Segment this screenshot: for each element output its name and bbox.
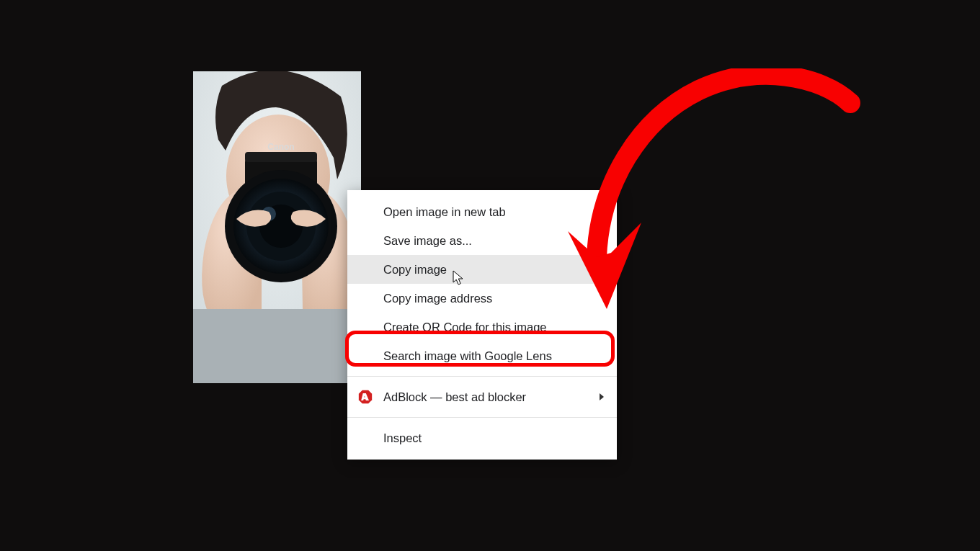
menu-separator <box>347 376 617 377</box>
menu-item-save-image-as[interactable]: Save image as... <box>347 226 617 255</box>
adblock-icon <box>357 389 373 405</box>
menu-item-copy-image-address[interactable]: Copy image address <box>347 284 617 313</box>
svg-rect-3 <box>245 152 317 162</box>
menu-item-label: Copy image address <box>383 292 492 305</box>
stage: Canon Open image in new tab Save image a… <box>0 0 980 551</box>
menu-item-label: Save image as... <box>383 234 472 248</box>
menu-item-label: Inspect <box>383 431 422 445</box>
menu-item-label: Copy image <box>383 263 447 277</box>
svg-rect-10 <box>193 309 361 383</box>
menu-item-copy-image[interactable]: Copy image <box>347 255 617 284</box>
menu-item-label: Create QR Code for this image <box>383 321 547 334</box>
submenu-arrow-icon <box>600 393 604 400</box>
menu-item-open-new-tab[interactable]: Open image in new tab <box>347 197 617 226</box>
svg-text:Canon: Canon <box>267 142 294 152</box>
context-menu: Open image in new tab Save image as... C… <box>347 190 617 460</box>
menu-item-inspect[interactable]: Inspect <box>347 424 617 452</box>
menu-separator <box>347 417 617 418</box>
menu-item-label: AdBlock — best ad blocker <box>383 390 526 404</box>
menu-item-label: Search image with Google Lens <box>383 349 552 363</box>
menu-item-adblock[interactable]: AdBlock — best ad blocker <box>347 382 617 411</box>
target-image[interactable]: Canon <box>193 71 361 383</box>
menu-item-label: Open image in new tab <box>383 205 506 219</box>
menu-item-search-google-lens[interactable]: Search image with Google Lens <box>347 341 617 370</box>
menu-item-create-qr[interactable]: Create QR Code for this image <box>347 313 617 341</box>
